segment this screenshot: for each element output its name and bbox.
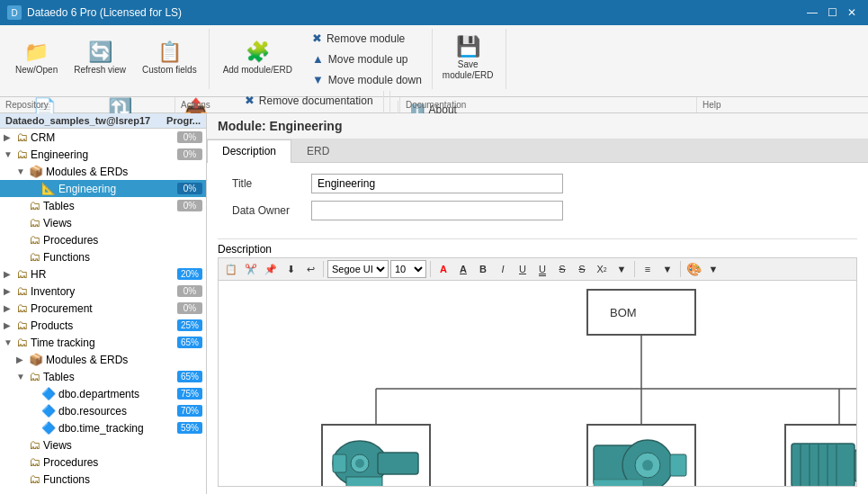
rte-strike2-btn[interactable]: S xyxy=(573,260,591,278)
remove-module-button[interactable]: ✖ Remove module xyxy=(308,29,426,48)
icon-tables: 🗂 xyxy=(29,199,40,212)
tree-item-time-tracking[interactable]: ▼ 🗂 Time tracking 65% xyxy=(0,334,206,351)
rte-font-color-btn[interactable]: A xyxy=(434,260,452,278)
tree-item-time-functions[interactable]: 🗂 Functions xyxy=(0,471,206,488)
progress-time-tables: 65% xyxy=(177,371,202,382)
label-crm: CRM xyxy=(31,131,174,144)
rte-bold-btn[interactable]: B xyxy=(474,260,492,278)
rte-font-color2-btn[interactable]: A xyxy=(454,260,472,278)
tree-item-time-views[interactable]: 🗂 Views xyxy=(0,436,206,454)
tree-item-procedures[interactable]: 🗂 Procedures xyxy=(0,231,206,248)
bom-top-label: BOM xyxy=(610,306,637,319)
toolbar-actions-group: 🧩 Add module/ERD ✖ Remove module ▲ Move … xyxy=(211,29,506,89)
svg-rect-26 xyxy=(670,454,686,476)
custom-fields-button[interactable]: 📋 Custom fields xyxy=(136,38,203,80)
title-label: Title xyxy=(232,177,304,190)
tree-item-time-tables[interactable]: ▼ 🗂 Tables 65% xyxy=(0,368,206,385)
tree-item-hr[interactable]: ▶ 🗂 HR 20% xyxy=(0,265,206,283)
left-panel: Dataedo_samples_tw@lsrep17 Progr... ▶ 🗂 … xyxy=(0,113,207,494)
svg-point-23 xyxy=(355,459,364,468)
tree-item-crm[interactable]: ▶ 🗂 CRM 0% xyxy=(0,129,206,146)
rte-undo-btn[interactable]: ↩ xyxy=(301,260,319,278)
add-module-label: Add module/ERD xyxy=(223,65,292,76)
progress-inventory: 0% xyxy=(177,285,202,297)
rte-underline2-btn[interactable]: U xyxy=(533,260,551,278)
machine-part-3 xyxy=(787,427,857,487)
progress-engineering: 0% xyxy=(177,148,202,160)
label-time-procedures: Procedures xyxy=(43,456,202,469)
label-views: Views xyxy=(43,217,202,229)
rte-underline-btn[interactable]: U xyxy=(514,260,532,278)
svg-rect-31 xyxy=(855,450,857,481)
progress-dbo-departments: 75% xyxy=(177,388,202,400)
rte-color-picker[interactable]: 🎨 xyxy=(685,260,702,278)
move-down-icon: ▼ xyxy=(312,73,324,86)
tree-item-views[interactable]: 🗂 Views xyxy=(0,214,206,231)
rte-color-dropdown[interactable]: ▼ xyxy=(704,260,722,278)
erd-content[interactable]: BOM BOM Item BOM xyxy=(218,280,857,487)
new-open-button[interactable]: 📁 New/Open xyxy=(9,38,64,80)
tree-item-functions[interactable]: 🗂 Functions xyxy=(0,248,206,265)
rte-copy-btn[interactable]: 📋 xyxy=(222,260,240,278)
icon-dbo-departments: 🔷 xyxy=(41,387,56,400)
icon-functions: 🗂 xyxy=(29,250,40,264)
icon-products: 🗂 xyxy=(16,319,28,332)
tree-header-repo: Dataedo_samples_tw@lsrep17 xyxy=(5,115,156,126)
minimize-button[interactable]: — xyxy=(803,4,821,22)
move-down-label: Move module down xyxy=(328,74,422,86)
rte-divider-3 xyxy=(634,261,635,277)
svg-rect-0 xyxy=(587,290,695,335)
expand-procurement: ▶ xyxy=(4,303,16,313)
tree-item-engineering[interactable]: ▼ 🗂 Engineering 0% xyxy=(0,146,206,163)
tree-item-time-modules-erds[interactable]: ▶ 📦 Modules & ERDs xyxy=(0,351,206,368)
tree-item-inventory[interactable]: ▶ 🗂 Inventory 0% xyxy=(0,283,206,300)
add-module-button[interactable]: 🧩 Add module/ERD xyxy=(217,38,299,80)
icon-procurement: 🗂 xyxy=(16,301,28,315)
tree-item-engineering-node[interactable]: 📐 Engineering 0% xyxy=(0,180,206,197)
save-module-icon: 💾 xyxy=(456,37,480,57)
svg-point-28 xyxy=(642,460,653,471)
close-button[interactable]: ✕ xyxy=(843,4,861,22)
tree-item-modules-erds[interactable]: ▼ 📦 Modules & ERDs xyxy=(0,163,206,180)
tab-description[interactable]: Description xyxy=(207,139,291,163)
rte-align-dropdown[interactable]: ▼ xyxy=(658,260,676,278)
refresh-button[interactable]: 🔄 Refresh view xyxy=(67,38,132,80)
data-owner-input[interactable] xyxy=(311,201,563,220)
rte-align-btn[interactable]: ≡ xyxy=(639,260,657,278)
rte-font-size[interactable]: 10 xyxy=(390,260,426,278)
move-up-button[interactable]: ▲ Move module up xyxy=(308,49,426,68)
rte-font-family[interactable]: Segoe UI xyxy=(327,260,389,278)
expand-hr: ▶ xyxy=(4,269,16,279)
tab-erd[interactable]: ERD xyxy=(291,139,345,162)
rte-italic-btn[interactable]: I xyxy=(494,260,512,278)
tree-item-dbo-time-tracking[interactable]: 🔷 dbo.time_tracking 59% xyxy=(0,419,206,436)
tree-item-procurement[interactable]: ▶ 🗂 Procurement 0% xyxy=(0,300,206,317)
data-owner-label: Data Owner xyxy=(232,204,304,217)
rte-superscript-btn[interactable]: X2 xyxy=(593,260,611,278)
tree-item-products[interactable]: ▶ 🗂 Products 25% xyxy=(0,317,206,334)
expand-time-tables: ▼ xyxy=(16,372,29,382)
rte-strike-btn[interactable]: S xyxy=(553,260,571,278)
module-title: Module: Engineering xyxy=(207,113,868,139)
window-title: Dataedo 6 Pro (Licensed for LS) xyxy=(27,6,182,19)
label-tables: Tables xyxy=(43,200,174,212)
tree-item-tables[interactable]: 🗂 Tables 0% xyxy=(0,197,206,214)
maximize-button[interactable]: ☐ xyxy=(823,4,841,22)
label-inventory: Inventory xyxy=(31,285,174,298)
rte-cut-btn[interactable]: ✂️ xyxy=(242,260,260,278)
rte-dropdown1[interactable]: ▼ xyxy=(613,260,631,278)
erd-svg: BOM xyxy=(219,281,857,487)
machine-part-2 xyxy=(589,427,694,487)
move-down-button[interactable]: ▼ Move module down xyxy=(308,70,426,89)
tree-item-dbo-departments[interactable]: 🔷 dbo.departments 75% xyxy=(0,385,206,402)
add-module-icon: 🧩 xyxy=(246,42,270,62)
main-content: Dataedo_samples_tw@lsrep17 Progr... ▶ 🗂 … xyxy=(0,113,868,494)
rte-paste-special-btn[interactable]: ⬇ xyxy=(282,260,300,278)
title-input[interactable] xyxy=(311,174,563,193)
save-module-button[interactable]: 💾 Savemodule/ERD xyxy=(436,32,500,85)
label-time-tracking: Time tracking xyxy=(31,337,174,349)
rte-paste-btn[interactable]: 📌 xyxy=(262,260,280,278)
label-functions: Functions xyxy=(43,251,202,264)
tree-item-dbo-resources[interactable]: 🔷 dbo.resources 70% xyxy=(0,402,206,419)
tree-item-time-procedures[interactable]: 🗂 Procedures xyxy=(0,454,206,471)
